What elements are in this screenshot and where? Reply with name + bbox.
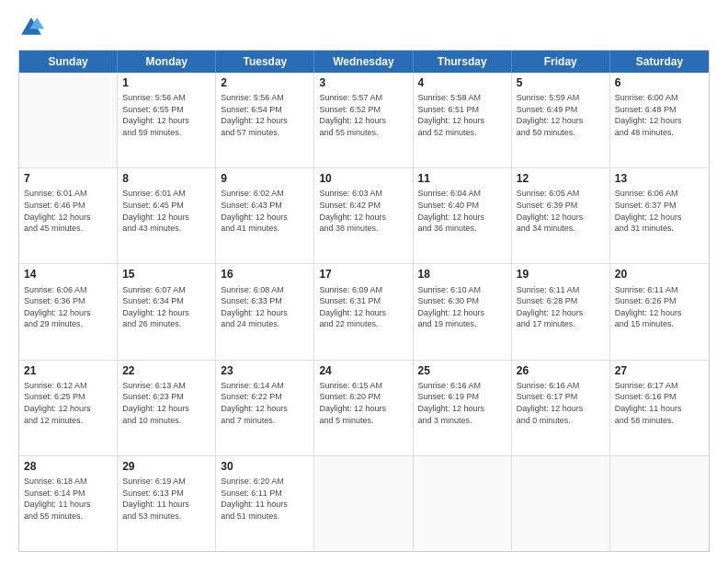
day-info: Sunrise: 5:56 AM Sunset: 6:55 PM Dayligh… (122, 92, 210, 138)
day-cell-27: 27Sunrise: 6:17 AM Sunset: 6:16 PM Dayli… (610, 361, 709, 455)
day-cell-23: 23Sunrise: 6:14 AM Sunset: 6:22 PM Dayli… (216, 361, 314, 455)
empty-cell (414, 456, 512, 551)
day-number: 20 (615, 267, 704, 282)
day-cell-25: 25Sunrise: 6:16 AM Sunset: 6:19 PM Dayli… (414, 361, 512, 455)
day-info: Sunrise: 6:01 AM Sunset: 6:46 PM Dayligh… (24, 188, 112, 234)
calendar-body: 1Sunrise: 5:56 AM Sunset: 6:55 PM Daylig… (19, 73, 709, 551)
empty-cell (314, 456, 413, 551)
day-cell-29: 29Sunrise: 6:19 AM Sunset: 6:13 PM Dayli… (118, 456, 216, 551)
day-info: Sunrise: 6:11 AM Sunset: 6:26 PM Dayligh… (615, 284, 704, 330)
calendar-row-5: 28Sunrise: 6:18 AM Sunset: 6:14 PM Dayli… (19, 456, 709, 551)
day-info: Sunrise: 6:12 AM Sunset: 6:25 PM Dayligh… (24, 380, 112, 426)
day-number: 28 (24, 459, 112, 474)
day-info: Sunrise: 6:20 AM Sunset: 6:11 PM Dayligh… (221, 476, 309, 522)
day-number: 29 (122, 459, 210, 474)
day-number: 9 (221, 171, 309, 186)
day-cell-11: 11Sunrise: 6:04 AM Sunset: 6:40 PM Dayli… (414, 168, 512, 263)
day-cell-13: 13Sunrise: 6:06 AM Sunset: 6:37 PM Dayli… (610, 168, 709, 263)
day-info: Sunrise: 6:00 AM Sunset: 6:48 PM Dayligh… (615, 92, 704, 138)
day-number: 14 (24, 267, 112, 282)
day-number: 1 (122, 75, 210, 90)
day-number: 16 (221, 267, 309, 282)
day-number: 10 (319, 171, 407, 186)
day-number: 19 (517, 267, 605, 282)
day-cell-7: 7Sunrise: 6:01 AM Sunset: 6:46 PM Daylig… (19, 168, 118, 263)
header-day-wednesday: Wednesday (314, 51, 413, 73)
day-cell-3: 3Sunrise: 5:57 AM Sunset: 6:52 PM Daylig… (314, 73, 413, 167)
day-number: 4 (418, 75, 506, 90)
day-cell-19: 19Sunrise: 6:11 AM Sunset: 6:28 PM Dayli… (512, 264, 610, 359)
day-info: Sunrise: 6:06 AM Sunset: 6:37 PM Dayligh… (615, 188, 704, 234)
day-info: Sunrise: 6:02 AM Sunset: 6:43 PM Dayligh… (221, 188, 309, 234)
page: SundayMondayTuesdayWednesdayThursdayFrid… (0, 0, 728, 563)
calendar: SundayMondayTuesdayWednesdayThursdayFrid… (18, 50, 710, 552)
day-cell-10: 10Sunrise: 6:03 AM Sunset: 6:42 PM Dayli… (314, 168, 413, 263)
day-info: Sunrise: 5:58 AM Sunset: 6:51 PM Dayligh… (418, 92, 506, 138)
day-cell-20: 20Sunrise: 6:11 AM Sunset: 6:26 PM Dayli… (610, 264, 709, 359)
day-cell-5: 5Sunrise: 5:59 AM Sunset: 6:49 PM Daylig… (512, 73, 610, 167)
day-info: Sunrise: 6:03 AM Sunset: 6:42 PM Dayligh… (319, 188, 407, 234)
day-info: Sunrise: 6:07 AM Sunset: 6:34 PM Dayligh… (122, 284, 210, 330)
day-info: Sunrise: 5:56 AM Sunset: 6:54 PM Dayligh… (221, 92, 309, 138)
header-day-thursday: Thursday (414, 51, 512, 73)
day-cell-16: 16Sunrise: 6:08 AM Sunset: 6:33 PM Dayli… (216, 264, 314, 359)
day-number: 17 (319, 267, 407, 282)
day-cell-15: 15Sunrise: 6:07 AM Sunset: 6:34 PM Dayli… (118, 264, 216, 359)
day-cell-6: 6Sunrise: 6:00 AM Sunset: 6:48 PM Daylig… (610, 73, 709, 167)
day-cell-8: 8Sunrise: 6:01 AM Sunset: 6:45 PM Daylig… (118, 168, 216, 263)
day-cell-1: 1Sunrise: 5:56 AM Sunset: 6:55 PM Daylig… (118, 73, 216, 167)
day-cell-14: 14Sunrise: 6:06 AM Sunset: 6:36 PM Dayli… (19, 264, 118, 359)
header (18, 15, 710, 40)
day-number: 21 (24, 363, 112, 378)
day-cell-24: 24Sunrise: 6:15 AM Sunset: 6:20 PM Dayli… (314, 361, 413, 455)
logo-icon (18, 15, 44, 40)
day-info: Sunrise: 6:10 AM Sunset: 6:30 PM Dayligh… (418, 284, 506, 330)
day-number: 13 (615, 171, 704, 186)
day-number: 12 (517, 171, 605, 186)
day-info: Sunrise: 6:14 AM Sunset: 6:22 PM Dayligh… (221, 380, 309, 426)
day-info: Sunrise: 6:01 AM Sunset: 6:45 PM Dayligh… (122, 188, 210, 234)
calendar-row-1: 1Sunrise: 5:56 AM Sunset: 6:55 PM Daylig… (19, 73, 709, 168)
day-info: Sunrise: 6:05 AM Sunset: 6:39 PM Dayligh… (517, 188, 605, 234)
day-number: 2 (221, 75, 309, 90)
day-info: Sunrise: 6:16 AM Sunset: 6:17 PM Dayligh… (517, 380, 605, 426)
day-cell-9: 9Sunrise: 6:02 AM Sunset: 6:43 PM Daylig… (216, 168, 314, 263)
day-info: Sunrise: 6:13 AM Sunset: 6:23 PM Dayligh… (122, 380, 210, 426)
day-number: 5 (517, 75, 605, 90)
day-info: Sunrise: 6:04 AM Sunset: 6:40 PM Dayligh… (418, 188, 506, 234)
day-cell-4: 4Sunrise: 5:58 AM Sunset: 6:51 PM Daylig… (414, 73, 512, 167)
header-day-saturday: Saturday (610, 51, 709, 73)
day-number: 11 (418, 171, 506, 186)
day-info: Sunrise: 5:59 AM Sunset: 6:49 PM Dayligh… (517, 92, 605, 138)
day-cell-18: 18Sunrise: 6:10 AM Sunset: 6:30 PM Dayli… (414, 264, 512, 359)
day-cell-2: 2Sunrise: 5:56 AM Sunset: 6:54 PM Daylig… (216, 73, 314, 167)
calendar-row-4: 21Sunrise: 6:12 AM Sunset: 6:25 PM Dayli… (19, 361, 709, 456)
day-cell-21: 21Sunrise: 6:12 AM Sunset: 6:25 PM Dayli… (19, 361, 118, 455)
day-number: 26 (517, 363, 605, 378)
day-number: 18 (418, 267, 506, 282)
day-number: 22 (122, 363, 210, 378)
day-info: Sunrise: 6:09 AM Sunset: 6:31 PM Dayligh… (319, 284, 407, 330)
day-number: 6 (615, 75, 704, 90)
day-info: Sunrise: 6:18 AM Sunset: 6:14 PM Dayligh… (24, 476, 112, 522)
calendar-header: SundayMondayTuesdayWednesdayThursdayFrid… (19, 51, 709, 73)
day-info: Sunrise: 6:17 AM Sunset: 6:16 PM Dayligh… (615, 380, 704, 426)
day-cell-28: 28Sunrise: 6:18 AM Sunset: 6:14 PM Dayli… (19, 456, 118, 551)
day-number: 27 (615, 363, 704, 378)
day-info: Sunrise: 6:06 AM Sunset: 6:36 PM Dayligh… (24, 284, 112, 330)
header-day-monday: Monday (118, 51, 216, 73)
day-cell-12: 12Sunrise: 6:05 AM Sunset: 6:39 PM Dayli… (512, 168, 610, 263)
day-info: Sunrise: 6:19 AM Sunset: 6:13 PM Dayligh… (122, 476, 210, 522)
day-info: Sunrise: 6:16 AM Sunset: 6:19 PM Dayligh… (418, 380, 506, 426)
day-number: 24 (319, 363, 407, 378)
header-day-friday: Friday (512, 51, 610, 73)
day-cell-22: 22Sunrise: 6:13 AM Sunset: 6:23 PM Dayli… (118, 361, 216, 455)
day-number: 7 (24, 171, 112, 186)
day-info: Sunrise: 6:11 AM Sunset: 6:28 PM Dayligh… (517, 284, 605, 330)
calendar-row-3: 14Sunrise: 6:06 AM Sunset: 6:36 PM Dayli… (19, 264, 709, 360)
empty-cell (19, 73, 118, 167)
day-number: 23 (221, 363, 309, 378)
day-info: Sunrise: 6:08 AM Sunset: 6:33 PM Dayligh… (221, 284, 309, 330)
day-cell-17: 17Sunrise: 6:09 AM Sunset: 6:31 PM Dayli… (314, 264, 413, 359)
day-info: Sunrise: 6:15 AM Sunset: 6:20 PM Dayligh… (319, 380, 407, 426)
